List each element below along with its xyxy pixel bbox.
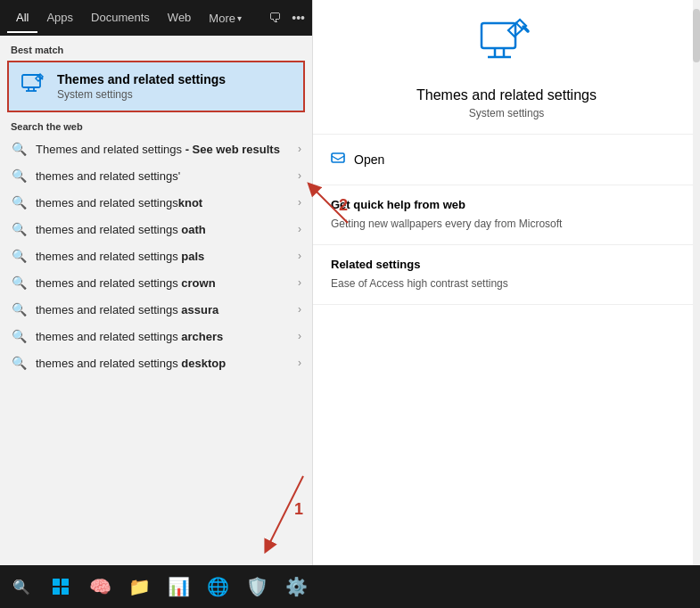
search-result-icon: 🔍 [11, 195, 27, 210]
taskbar-search-icon[interactable]: 🔍 [4, 569, 39, 604]
list-item[interactable]: 🔍 themes and related settings archers › [0, 323, 312, 349]
best-match-text: Themes and related settings System setti… [57, 72, 226, 101]
result-text: Themes and related settings - See web re… [36, 143, 289, 156]
right-panel-title: Themes and related settings [416, 87, 597, 103]
result-text: themes and related settings assura [36, 303, 289, 316]
taskbar-security-icon[interactable]: 🛡️ [239, 569, 275, 604]
svg-rect-6 [482, 23, 515, 48]
chevron-right-icon: › [298, 250, 301, 262]
chevron-right-icon: › [298, 169, 301, 182]
result-list: 🔍 Themes and related settings - See web … [0, 136, 312, 565]
taskbar-spreadsheet-icon[interactable]: 📊 [161, 569, 196, 604]
open-label: Open [354, 152, 384, 167]
taskbar-settings-icon[interactable]: ⚙️ [278, 569, 314, 604]
list-item[interactable]: 🔍 themes and related settings oath › [0, 216, 312, 242]
tab-web[interactable]: Web [159, 4, 201, 33]
best-match-item[interactable]: Themes and related settings System setti… [7, 61, 305, 112]
scrollbar-thumb[interactable] [693, 9, 700, 62]
nav-icons: 🗨 ••• [268, 11, 305, 25]
list-item[interactable]: 🔍 themes and related settings' › [0, 162, 312, 189]
svg-rect-16 [62, 587, 69, 595]
result-text: themes and related settings pals [36, 250, 289, 263]
result-text: themes and related settings' [36, 169, 289, 183]
search-result-icon: 🔍 [11, 168, 27, 183]
taskbar-windows-icon[interactable] [43, 569, 78, 604]
chevron-right-icon: › [298, 223, 301, 235]
list-item[interactable]: 🔍 themes and related settingsknot › [0, 189, 312, 216]
quick-help-text: Getting new wallpapers every day from Mi… [331, 217, 682, 232]
chevron-right-icon: › [298, 143, 301, 155]
result-text: themes and related settingsknot [36, 196, 289, 210]
svg-rect-13 [53, 579, 60, 586]
related-settings-title: Related settings [331, 258, 682, 271]
chevron-right-icon: › [298, 303, 301, 316]
search-result-icon: 🔍 [11, 222, 27, 236]
monitor-paint-icon [20, 71, 46, 102]
tab-all[interactable]: All [7, 4, 37, 33]
quick-help-title: Get quick help from web [331, 198, 682, 211]
right-panel-subtitle: System settings [469, 107, 545, 119]
right-panel: Themes and related settings System setti… [312, 0, 700, 565]
open-section: Open [313, 135, 700, 185]
taskbar-icons: 🧠 📁 📊 🌐 🛡️ ⚙️ [43, 569, 314, 604]
related-settings-text: Ease of Access high contrast settings [331, 276, 682, 292]
list-item[interactable]: 🔍 Themes and related settings - See web … [0, 136, 312, 162]
list-item[interactable]: 🔍 themes and related settings desktop › [0, 349, 312, 376]
taskbar-chrome-icon[interactable]: 🌐 [200, 569, 235, 604]
svg-rect-14 [62, 579, 69, 586]
svg-rect-15 [53, 587, 60, 595]
search-result-icon: 🔍 [11, 142, 27, 156]
chevron-right-icon: › [298, 276, 301, 289]
tab-apps[interactable]: Apps [37, 4, 82, 33]
open-icon [331, 151, 347, 168]
search-result-icon: 🔍 [11, 302, 27, 316]
best-match-label: Best match [0, 36, 312, 61]
taskbar: 🔍 🧠 📁 📊 🌐 🛡️ ⚙️ [0, 565, 700, 608]
search-result-icon: 🔍 [11, 275, 27, 290]
chevron-right-icon: › [298, 330, 301, 342]
search-result-icon: 🔍 [11, 249, 27, 263]
tab-documents[interactable]: Documents [82, 4, 159, 33]
svg-line-5 [41, 78, 43, 79]
nav-tabs: All Apps Documents Web More ▾ 🗨 ••• [0, 0, 312, 36]
best-match-subtitle: System settings [57, 88, 226, 101]
related-settings-section: Related settings Ease of Access high con… [313, 245, 700, 305]
scrollbar[interactable] [693, 0, 700, 565]
result-text: themes and related settings oath [36, 223, 289, 236]
web-section-label: Search the web [0, 112, 312, 136]
taskbar-brain-icon[interactable]: 🧠 [82, 569, 118, 604]
feedback-icon[interactable]: 🗨 [268, 11, 281, 25]
left-panel: All Apps Documents Web More ▾ 🗨 ••• Best… [0, 0, 312, 565]
main-panel: All Apps Documents Web More ▾ 🗨 ••• Best… [0, 0, 700, 565]
more-options-icon[interactable]: ••• [292, 11, 305, 25]
search-result-icon: 🔍 [11, 329, 27, 343]
chevron-right-icon: › [298, 357, 301, 369]
chevron-right-icon: › [298, 196, 301, 209]
list-item[interactable]: 🔍 themes and related settings pals › [0, 242, 312, 269]
search-result-icon: 🔍 [11, 356, 27, 370]
result-text: themes and related settings crown [36, 276, 289, 290]
right-panel-icon [478, 18, 535, 78]
result-text: themes and related settings archers [36, 330, 289, 343]
right-panel-header: Themes and related settings System setti… [313, 0, 700, 135]
svg-line-11 [523, 27, 528, 31]
chevron-down-icon: ▾ [237, 13, 242, 23]
taskbar-folder-icon[interactable]: 📁 [121, 569, 157, 604]
open-button[interactable]: Open [331, 147, 682, 172]
list-item[interactable]: 🔍 themes and related settings assura › [0, 296, 312, 323]
quick-help-section: Get quick help from web Getting new wall… [313, 185, 700, 245]
result-text: themes and related settings desktop [36, 357, 289, 370]
tab-more[interactable]: More ▾ [200, 4, 251, 32]
best-match-title: Themes and related settings [57, 72, 226, 86]
list-item[interactable]: 🔍 themes and related settings crown › [0, 269, 312, 296]
